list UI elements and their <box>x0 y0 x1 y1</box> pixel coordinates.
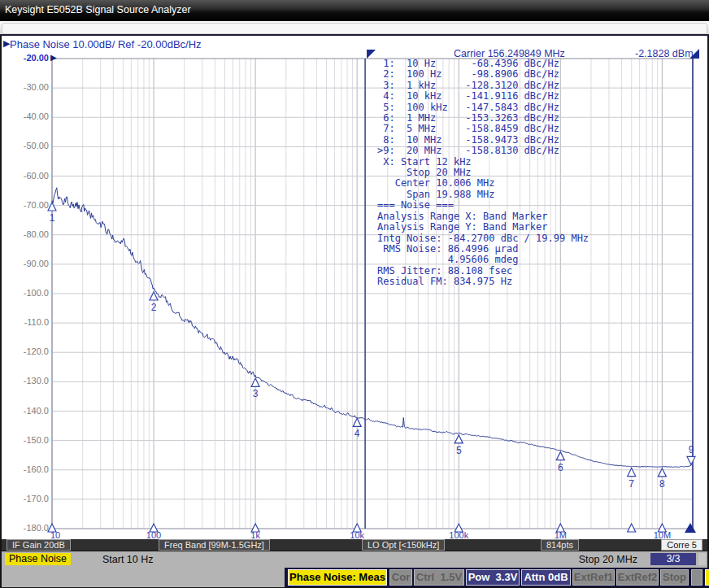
y-axis-label: -170.0 <box>3 494 49 503</box>
y-axis-label: -140.0 <box>3 406 49 416</box>
softkey-cor[interactable]: Cor <box>389 569 412 586</box>
window-title: Keysight E5052B Signal Source Analyzer <box>5 4 191 15</box>
y-axis-label: -50.00 <box>3 141 49 150</box>
softkey-cutoff-yellow[interactable] <box>705 569 709 586</box>
y-axis-label: -130.0 <box>3 376 49 385</box>
points-indicator: 814pts <box>541 539 579 551</box>
y-axis-label: -30.00 <box>3 82 49 92</box>
y-axis-label: -70.00 <box>3 200 49 210</box>
svg-text:7: 7 <box>629 478 634 490</box>
svg-text:9: 9 <box>689 444 694 455</box>
channel-status-bar: IF Gain 20dB Freq Band [99M-1.5GHz] LO O… <box>0 539 709 551</box>
y-axis-label: -100.0 <box>3 288 49 298</box>
window-title-bar: Keysight E5052B Signal Source Analyzer <box>0 0 709 21</box>
y-axis-label: -180.0 <box>3 523 49 533</box>
y-axis-label: -40.00 <box>3 111 49 121</box>
y-axis-label: -110.0 <box>3 317 49 327</box>
if-gain-indicator: IF Gain 20dB <box>7 539 71 551</box>
trace-status-bar: Phase Noise Start 10 Hz Stop 20 MHz 3/3 <box>0 551 709 568</box>
measurement-panel: ▶ Phase Noise 10.00dB/ Ref -20.00dBc/Hz … <box>0 36 709 539</box>
reference-level-arrow-icon: ▶ <box>50 53 57 62</box>
page-indicator-stub <box>698 553 706 565</box>
svg-text:5: 5 <box>456 445 462 456</box>
y-axis-label: -60.00 <box>3 171 49 181</box>
svg-text:2: 2 <box>151 302 157 313</box>
active-trace-chip[interactable]: Phase Noise <box>5 553 71 565</box>
softkey-ctrl-1-5v[interactable]: Ctrl 1.5V <box>414 569 464 586</box>
svg-text:3: 3 <box>253 388 259 399</box>
sweep-start-label: Start 10 Hz <box>102 554 154 565</box>
svg-text:1: 1 <box>50 212 55 224</box>
menu-bar-surface <box>2 23 707 34</box>
menu-bar[interactable] <box>0 21 709 36</box>
softkey-extref1[interactable]: ExtRef1 <box>572 569 615 586</box>
svg-text:6: 6 <box>558 462 563 473</box>
y-axis-label: -80.00 <box>3 229 49 239</box>
svg-text:4: 4 <box>354 428 360 439</box>
y-axis-label: -120.0 <box>3 346 49 356</box>
page-indicator: 3/3 <box>650 553 696 565</box>
marker-readout-table: 1: 10 Hz -68.4396 dBc/Hz 2: 100 Hz -98.8… <box>377 59 589 288</box>
freq-band-indicator: Freq Band [99M-1.5GHz] <box>159 539 270 551</box>
instrument-screen: Keysight E5052B Signal Source Analyzer ▶… <box>0 0 709 588</box>
sweep-stop-label: Stop 20 MHz <box>579 554 637 565</box>
softkey-cutoff-stub[interactable] <box>691 569 702 586</box>
softkey-pow-3-3v[interactable]: Pow 3.3V <box>466 569 520 586</box>
lo-opt-indicator: LO Opt [<150kHz] <box>362 539 445 551</box>
softkey-status-bar: Phase Noise: MeasCorCtrl 1.5VPow 3.3VAtt… <box>0 568 709 588</box>
softkey-stop[interactable]: Stop <box>660 569 689 586</box>
phase-noise-plot: 123456789 <box>2 36 709 539</box>
y-axis-label: -90.00 <box>3 259 49 268</box>
y-axis-label: -150.0 <box>3 435 49 445</box>
softkey-phase-noise-meas[interactable]: Phase Noise: Meas <box>288 569 387 586</box>
softkey-attn-0db[interactable]: Attn 0dB <box>521 569 571 586</box>
y-axis-reference-label: -20.00 <box>3 53 49 63</box>
y-axis-label: -160.0 <box>3 464 49 474</box>
correlation-indicator: Corre 5 <box>661 539 702 551</box>
svg-text:8: 8 <box>659 478 665 490</box>
softkey-extref2[interactable]: ExtRef2 <box>616 569 659 586</box>
